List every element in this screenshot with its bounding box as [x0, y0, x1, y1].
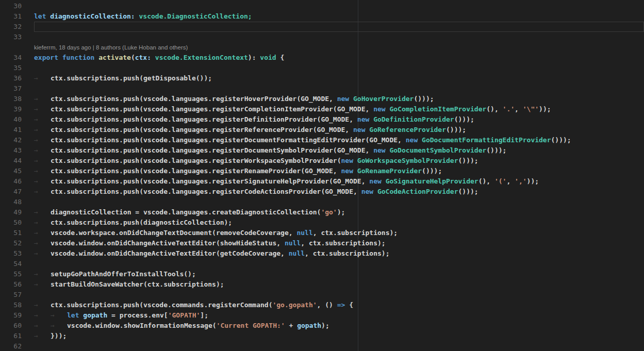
line-number[interactable]: 30: [0, 1, 29, 11]
line-number[interactable]: 46: [0, 176, 29, 187]
line-number[interactable]: 53: [0, 248, 29, 259]
code-token: ',': [515, 177, 526, 185]
code-line[interactable]: 37: [0, 83, 644, 94]
code-line[interactable]: 49→diagnosticCollection = vscode.languag…: [0, 207, 644, 218]
code-token: null: [296, 229, 312, 237]
line-number[interactable]: 31: [0, 11, 29, 22]
line-number[interactable]: 34: [0, 53, 29, 63]
code-line[interactable]: 62: [0, 341, 644, 351]
line-number[interactable]: 41: [0, 125, 29, 135]
code-line[interactable]: 58→ctx.subscriptions.push(vscode.command…: [0, 300, 644, 310]
code-token: function: [62, 54, 98, 61]
code-token: void: [260, 54, 276, 61]
code-line[interactable]: 33: [0, 32, 644, 42]
code-line[interactable]: 42→ctx.subscriptions.push(vscode.languag…: [0, 135, 644, 145]
line-number[interactable]: 45: [0, 166, 29, 176]
code-token: GoWorkspaceSymbolProvider: [357, 157, 458, 164]
tab-whitespace-arrow-icon: →: [51, 321, 67, 331]
code-token: ctx.subscriptions.push(vscode.languages.…: [51, 188, 361, 195]
code-line[interactable]: 54: [0, 259, 644, 269]
line-number[interactable]: 39: [0, 104, 29, 114]
code-line-text: →ctx.subscriptions.push(vscode.languages…: [29, 125, 644, 135]
code-editor[interactable]: 3031let diagnosticCollection: vscode.Dia…: [0, 0, 644, 351]
tab-whitespace-arrow-icon: →: [34, 310, 51, 321]
line-number[interactable]: 37: [0, 83, 29, 94]
line-number[interactable]: 43: [0, 145, 29, 156]
line-number[interactable]: 47: [0, 187, 29, 197]
tab-whitespace-arrow-icon: →: [34, 176, 51, 187]
code-token: vscode.ExtensionContext: [155, 54, 248, 61]
code-token: let: [34, 12, 50, 20]
line-number[interactable]: 40: [0, 114, 29, 125]
code-line[interactable]: 57: [0, 290, 644, 300]
line-number[interactable]: 60: [0, 321, 29, 331]
line-number[interactable]: 62: [0, 341, 29, 351]
line-number[interactable]: 48: [0, 197, 29, 207]
code-line[interactable]: 52→vscode.window.onDidChangeActiveTextEd…: [0, 238, 644, 248]
code-line[interactable]: 38→ctx.subscriptions.push(vscode.languag…: [0, 94, 644, 104]
line-number[interactable]: 42: [0, 135, 29, 145]
code-token: [151, 54, 155, 61]
code-line[interactable]: 60→→vscode.window.showInformationMessage…: [0, 321, 644, 331]
code-line[interactable]: 32: [0, 22, 644, 32]
code-line[interactable]: 61→}));: [0, 331, 644, 341]
code-line[interactable]: 46→ctx.subscriptions.push(vscode.languag…: [0, 176, 644, 187]
code-line[interactable]: 50→ctx.subscriptions.push(diagnosticColl…: [0, 218, 644, 228]
line-number[interactable]: 61: [0, 331, 29, 341]
code-line[interactable]: 40→ctx.subscriptions.push(vscode.languag…: [0, 114, 644, 125]
line-number[interactable]: 50: [0, 218, 29, 228]
code-token: ];: [200, 311, 208, 319]
code-token: =>: [337, 301, 345, 309]
code-line[interactable]: 56→startBuildOnSaveWatcher(ctx.subscript…: [0, 279, 644, 290]
code-line[interactable]: 51→vscode.workspace.onDidChangeTextDocum…: [0, 228, 644, 238]
code-line-text: [29, 259, 644, 269]
code-line[interactable]: 31let diagnosticCollection: vscode.Diagn…: [0, 11, 644, 22]
code-token: {: [345, 301, 353, 309]
line-number[interactable]: 57: [0, 290, 29, 300]
code-line[interactable]: 39→ctx.subscriptions.push(vscode.languag…: [0, 104, 644, 114]
code-line-text: →vscode.workspace.onDidChangeTextDocumen…: [29, 228, 644, 238]
code-line[interactable]: 41→ctx.subscriptions.push(vscode.languag…: [0, 125, 644, 135]
line-number[interactable]: 54: [0, 259, 29, 269]
code-line[interactable]: 44→ctx.subscriptions.push(vscode.languag…: [0, 156, 644, 166]
code-line[interactable]: 36→ctx.subscriptions.push(getDisposable(…: [0, 73, 644, 83]
code-line-text: →ctx.subscriptions.push(vscode.languages…: [29, 176, 644, 187]
line-number[interactable]: 36: [0, 73, 29, 83]
line-number[interactable]: 33: [0, 32, 29, 42]
code-line[interactable]: 53→vscode.window.onDidChangeActiveTextEd…: [0, 248, 644, 259]
line-number[interactable]: 49: [0, 207, 29, 218]
code-token: (),: [486, 105, 502, 113]
code-line[interactable]: 30: [0, 1, 644, 11]
code-line-text: →diagnosticCollection = vscode.languages…: [29, 207, 644, 218]
line-number[interactable]: 32: [0, 22, 29, 32]
code-token: ctx.subscriptions.push(vscode.languages.…: [51, 95, 337, 103]
code-line-text: [29, 83, 644, 94]
line-number[interactable]: 52: [0, 238, 29, 248]
git-blame-annotation[interactable]: kieferrm, 18 days ago | 8 authors (Luke …: [29, 42, 644, 53]
line-number[interactable]: 38: [0, 94, 29, 104]
code-line[interactable]: 45→ctx.subscriptions.push(vscode.languag…: [0, 166, 644, 176]
code-line[interactable]: 59→→let gopath = process.env['GOPATH'];: [0, 310, 644, 321]
line-number[interactable]: 59: [0, 310, 29, 321]
code-line[interactable]: 55→setupGoPathAndOfferToInstallTools();: [0, 269, 644, 279]
code-token: diagnosticCollection:: [50, 12, 135, 20]
code-line[interactable]: 35: [0, 63, 644, 73]
code-line[interactable]: 47→ctx.subscriptions.push(vscode.languag…: [0, 187, 644, 197]
tab-whitespace-arrow-icon: →: [34, 135, 51, 145]
line-number[interactable]: 58: [0, 300, 29, 310]
code-line[interactable]: 48: [0, 197, 644, 207]
code-token: GoSignatureHelpProvider: [386, 177, 478, 185]
code-line-text: →ctx.subscriptions.push(vscode.languages…: [29, 135, 644, 145]
code-token: null: [285, 239, 301, 247]
line-number[interactable]: 55: [0, 269, 29, 279]
code-line[interactable]: 43→ctx.subscriptions.push(vscode.languag…: [0, 145, 644, 156]
line-number[interactable]: 44: [0, 156, 29, 166]
line-number[interactable]: 51: [0, 228, 29, 238]
line-number[interactable]: 35: [0, 63, 29, 73]
code-line[interactable]: 34export function activate(ctx: vscode.E…: [0, 53, 644, 63]
code-token: new: [341, 167, 357, 175]
line-number[interactable]: 56: [0, 279, 29, 290]
code-token: , ctx.subscriptions);: [301, 239, 385, 247]
code-token: null: [289, 249, 305, 257]
tab-whitespace-arrow-icon: →: [34, 269, 51, 279]
